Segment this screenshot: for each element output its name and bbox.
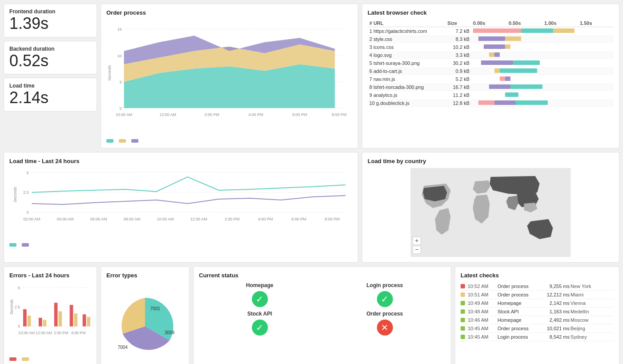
browser-check-row: 8 tshirt-norcadia-300.png 16.7 kB [368, 83, 614, 91]
row-bars [471, 99, 614, 107]
stock-label: Stock API [247, 311, 272, 317]
legend-teal [106, 139, 113, 143]
svg-rect-74 [70, 305, 73, 326]
row-bars [471, 43, 614, 51]
row-bars [471, 83, 614, 91]
errors-24h-chart: 0 2.5 5 Seconds 10:00 AM [9, 282, 91, 353]
row-bars [471, 51, 614, 59]
frontend-duration-card: Frontend duration 1.39s [4, 4, 97, 37]
order-label: Order process [366, 311, 403, 317]
svg-rect-75 [74, 313, 77, 326]
svg-rect-71 [43, 320, 47, 327]
load-time-country-card: Load time by country [362, 152, 619, 263]
svg-rect-18 [473, 28, 521, 33]
login-status-icon: ✓ [377, 291, 393, 307]
status-order: Order process ✕ [324, 311, 445, 336]
col-size: Size [445, 20, 471, 27]
svg-text:4:00 PM: 4:00 PM [258, 217, 273, 221]
svg-text:2:00 PM: 2:00 PM [54, 331, 68, 335]
svg-rect-19 [521, 28, 553, 33]
row-bars [471, 59, 614, 67]
check-name: Homepage [498, 300, 542, 306]
order-status-icon: ✕ [377, 320, 393, 336]
latest-check-row: 10:51 AM Order process 12,212 ms Miami [461, 291, 614, 299]
svg-text:08:00 AM: 08:00 AM [123, 217, 140, 221]
svg-text:6:00 PM: 6:00 PM [292, 112, 307, 117]
col-url: # URL [368, 20, 445, 27]
svg-rect-77 [87, 317, 90, 326]
check-ms: 8,542 ms [543, 334, 570, 340]
browser-check-row: 7 nav.min.js 5.2 kB [368, 75, 614, 83]
legend-teal-2 [9, 243, 16, 247]
order-process-card: Order process 0 5 10 15 Seconds 10:00 AM… [101, 4, 358, 148]
row-num: 7 nav.min.js [368, 75, 445, 83]
check-dot [461, 335, 465, 339]
svg-text:6:00 PM: 6:00 PM [291, 217, 307, 221]
row-size: 5.2 kB [445, 75, 471, 83]
svg-rect-23 [484, 44, 505, 49]
errors-24h-legend [9, 357, 91, 361]
legend-purple [131, 139, 138, 143]
row-num: 8 tshirt-norcadia-300.png [368, 83, 445, 91]
svg-text:Seconds: Seconds [9, 299, 14, 315]
legend-purple-2 [22, 243, 29, 247]
check-dot [461, 292, 465, 297]
svg-text:3009: 3009 [165, 330, 175, 335]
check-city: Vienna [570, 300, 614, 306]
row-size: 16.7 kB [445, 83, 471, 91]
check-dot [461, 301, 465, 305]
svg-text:7004: 7004 [117, 345, 128, 350]
svg-text:8:00 PM: 8:00 PM [325, 217, 340, 221]
svg-text:5: 5 [18, 286, 20, 290]
row-bars [471, 91, 614, 99]
check-ms: 12,212 ms [543, 292, 570, 297]
svg-rect-72 [54, 303, 58, 326]
row-bars [471, 27, 614, 36]
order-process-title: Order process [106, 9, 352, 16]
svg-rect-20 [553, 28, 574, 33]
row-bars [471, 75, 614, 83]
check-city: Beijing [570, 326, 614, 331]
order-process-chart: 0 5 10 15 Seconds 10:00 AM 12:00 AM 2:00… [106, 20, 352, 135]
svg-text:Seconds: Seconds [107, 65, 112, 80]
svg-rect-30 [500, 68, 537, 73]
status-stock: Stock API ✓ [199, 311, 320, 336]
svg-text:2:00 PM: 2:00 PM [204, 112, 219, 117]
legend-orange [119, 139, 126, 143]
check-dot [461, 284, 465, 288]
status-grid: Homepage ✓ Login process ✓ Stock API ✓ O… [199, 282, 445, 336]
map-svg: + − [368, 168, 614, 257]
svg-text:2.5: 2.5 [15, 305, 20, 309]
svg-rect-32 [505, 76, 510, 81]
check-name: Stock API [498, 309, 542, 314]
legend-red [9, 357, 16, 361]
svg-text:5: 5 [120, 80, 122, 84]
row-num: 9 analytics.js [368, 91, 445, 99]
svg-rect-25 [489, 52, 494, 57]
error-types-chart: 7001 3009 7004 [106, 282, 184, 362]
svg-rect-33 [489, 84, 510, 89]
row-size: 11.2 kB [445, 91, 471, 99]
row-size: 30.2 kB [445, 59, 471, 67]
svg-text:02:00 AM: 02:00 AM [23, 217, 40, 221]
svg-rect-29 [494, 68, 500, 73]
row-num: 6 add-to-cart.js [368, 67, 445, 75]
load-time-country-title: Load time by country [368, 158, 614, 164]
check-name: Order process [498, 284, 542, 289]
check-city: Sydney [570, 334, 614, 340]
svg-rect-21 [478, 36, 505, 41]
load-value: 2.14s [9, 89, 91, 107]
check-dot [461, 309, 465, 314]
check-dot [461, 326, 465, 331]
load-time-24h-card: Load time - Last 24 hours 0 2.5 5 Second… [4, 152, 358, 263]
check-time: 10:45 AM [468, 326, 497, 331]
svg-rect-36 [478, 100, 494, 105]
check-ms: 1,163 ms [543, 309, 570, 314]
svg-text:10:00 AM: 10:00 AM [116, 112, 133, 117]
frontend-label: Frontend duration [9, 8, 91, 15]
browser-check-row: 5 tshirt-suraya-300.png 30.2 kB [368, 59, 614, 67]
row-size: 12.8 kB [445, 99, 471, 107]
check-time: 10:51 AM [468, 292, 497, 297]
latest-checks-card: Latest checks 10:52 AM Order process 9,2… [455, 266, 619, 364]
svg-rect-26 [494, 52, 500, 57]
